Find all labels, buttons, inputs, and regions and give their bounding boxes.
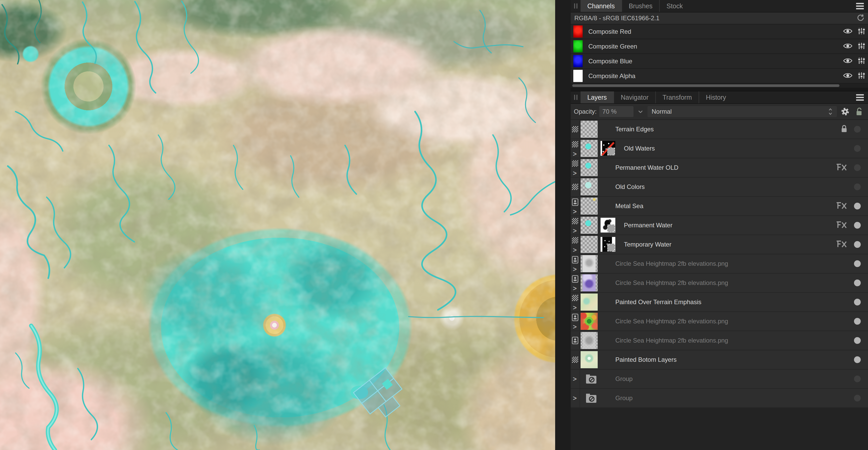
- visibility-dot[interactable]: [854, 260, 861, 267]
- fx-badge-icon[interactable]: [836, 163, 848, 173]
- layer-thumbnail[interactable]: [581, 274, 598, 292]
- visibility-dot[interactable]: [854, 241, 861, 248]
- reset-icon[interactable]: [857, 14, 864, 23]
- layer-mask-thumbnail[interactable]: [600, 237, 615, 252]
- visibility-dot[interactable]: [854, 183, 861, 190]
- layer-row[interactable]: >Painted Over Terrain Emphasis: [571, 293, 868, 312]
- chevron-right-icon[interactable]: >: [573, 266, 577, 272]
- layer-name: Painted Botom Layers: [615, 356, 677, 363]
- layer-row[interactable]: >Circle Sea Heightmap 2fb elevations.png: [571, 273, 868, 293]
- layer-thumbnail[interactable]: [581, 159, 598, 176]
- layer-thumbnail[interactable]: [581, 294, 598, 311]
- panel-drag-handle[interactable]: [571, 91, 581, 103]
- layer-thumbnail[interactable]: [581, 198, 598, 215]
- channels-scrollbar-thumb[interactable]: [572, 84, 839, 87]
- visibility-dot[interactable]: [854, 318, 861, 325]
- gear-icon[interactable]: [839, 107, 851, 116]
- panel-drag-handle[interactable]: [571, 0, 581, 12]
- layer-row[interactable]: >Group: [571, 389, 868, 408]
- layer-icon-column: [571, 350, 580, 369]
- layer-thumbnail[interactable]: [581, 178, 598, 196]
- chevron-right-icon[interactable]: >: [573, 395, 577, 401]
- visibility-dot[interactable]: [854, 337, 861, 344]
- layer-row[interactable]: >Group: [571, 369, 868, 389]
- eye-icon[interactable]: [843, 57, 852, 65]
- layer-row[interactable]: >Circle Sea Heightmap 2fb elevations.png: [571, 312, 868, 331]
- layer-row[interactable]: >Circle Sea Heightmap 2fb elevations.png: [571, 254, 868, 273]
- channel-mixer-icon[interactable]: [858, 57, 865, 66]
- tab-channels[interactable]: Channels: [581, 0, 622, 12]
- channel-row[interactable]: Composite Red: [571, 24, 868, 39]
- layer-row[interactable]: >Temporary Water: [571, 235, 868, 254]
- visibility-dot[interactable]: [854, 126, 861, 132]
- tab-history[interactable]: History: [699, 91, 733, 103]
- visibility-dot[interactable]: [854, 356, 861, 363]
- layer-mask-thumbnail[interactable]: [600, 218, 615, 233]
- channel-row[interactable]: Composite Green: [571, 39, 868, 54]
- layer-row[interactable]: Old Colors: [571, 178, 868, 197]
- hamburger-menu-icon[interactable]: [856, 94, 864, 101]
- channel-mixer-icon[interactable]: [858, 42, 865, 51]
- map-canvas[interactable]: [0, 0, 555, 450]
- chevron-right-icon[interactable]: >: [573, 208, 577, 215]
- visibility-dot[interactable]: [854, 222, 861, 229]
- layer-row[interactable]: >Permanent Water OLD: [571, 158, 868, 178]
- pixel-layer-icon: [572, 184, 578, 190]
- side-panels: ChannelsBrushesStock RGBA/8 - sRGB IEC61…: [571, 0, 868, 450]
- eye-icon[interactable]: [843, 28, 852, 35]
- layer-row[interactable]: Circle Sea Heightmap 2fb elevations.png: [571, 331, 868, 350]
- layer-row[interactable]: >Metal Sea: [571, 197, 868, 216]
- visibility-dot[interactable]: [854, 145, 861, 152]
- visibility-dot[interactable]: [854, 164, 861, 171]
- layer-thumbnail[interactable]: [581, 236, 598, 253]
- layer-thumbnail[interactable]: [581, 140, 598, 157]
- tab-navigator[interactable]: Navigator: [614, 91, 655, 103]
- tab-layers[interactable]: Layers: [581, 91, 614, 103]
- channel-row[interactable]: Composite Blue: [571, 54, 868, 69]
- opacity-chevron-down-icon[interactable]: [636, 106, 645, 117]
- visibility-dot[interactable]: [854, 395, 861, 401]
- layer-thumbnail[interactable]: [581, 217, 598, 234]
- blend-stepper-icon[interactable]: [828, 108, 833, 116]
- chevron-right-icon[interactable]: >: [573, 151, 577, 157]
- fx-badge-icon[interactable]: [836, 220, 848, 230]
- chevron-right-icon[interactable]: >: [573, 285, 577, 292]
- visibility-dot[interactable]: [854, 376, 861, 382]
- visibility-dot[interactable]: [854, 299, 861, 305]
- hamburger-menu-icon[interactable]: [856, 3, 864, 9]
- layer-thumbnail[interactable]: [581, 351, 598, 368]
- chevron-right-icon[interactable]: >: [573, 246, 577, 253]
- lock-closed-icon[interactable]: [840, 124, 848, 134]
- chevron-right-icon[interactable]: >: [573, 376, 577, 382]
- channel-name: Composite Alpha: [588, 72, 635, 80]
- eye-icon[interactable]: [843, 42, 852, 50]
- lock-open-icon[interactable]: [854, 107, 865, 116]
- layer-thumbnail[interactable]: [581, 332, 598, 349]
- chevron-right-icon[interactable]: >: [573, 323, 577, 330]
- layer-row[interactable]: Terrain Edges: [571, 120, 868, 139]
- opacity-value-field[interactable]: 70 %: [599, 106, 633, 117]
- layer-thumbnail[interactable]: [581, 255, 598, 272]
- layer-row[interactable]: >Old Waters: [571, 139, 868, 158]
- chevron-right-icon[interactable]: >: [573, 170, 577, 177]
- layer-row[interactable]: >Permanent Water: [571, 216, 868, 235]
- eye-icon[interactable]: [843, 72, 852, 80]
- visibility-dot[interactable]: [854, 203, 861, 209]
- fx-badge-icon[interactable]: [836, 240, 848, 249]
- tab-transform[interactable]: Transform: [655, 91, 699, 103]
- visibility-dot[interactable]: [854, 279, 861, 286]
- channel-row[interactable]: Composite Alpha: [571, 69, 868, 84]
- layer-row[interactable]: Painted Botom Layers: [571, 350, 868, 369]
- chevron-right-icon[interactable]: >: [573, 304, 577, 311]
- layer-thumbnail[interactable]: [581, 121, 598, 138]
- channel-swatch: [573, 55, 583, 67]
- channel-mixer-icon[interactable]: [858, 27, 865, 36]
- tab-brushes[interactable]: Brushes: [622, 0, 659, 12]
- layer-thumbnail[interactable]: [581, 313, 598, 330]
- channel-mixer-icon[interactable]: [858, 71, 865, 81]
- layer-mask-thumbnail[interactable]: [600, 141, 615, 156]
- fx-badge-icon[interactable]: [836, 201, 848, 211]
- tab-stock[interactable]: Stock: [659, 0, 689, 12]
- chevron-right-icon[interactable]: >: [573, 227, 577, 234]
- blend-mode-dropdown[interactable]: Normal: [648, 106, 837, 117]
